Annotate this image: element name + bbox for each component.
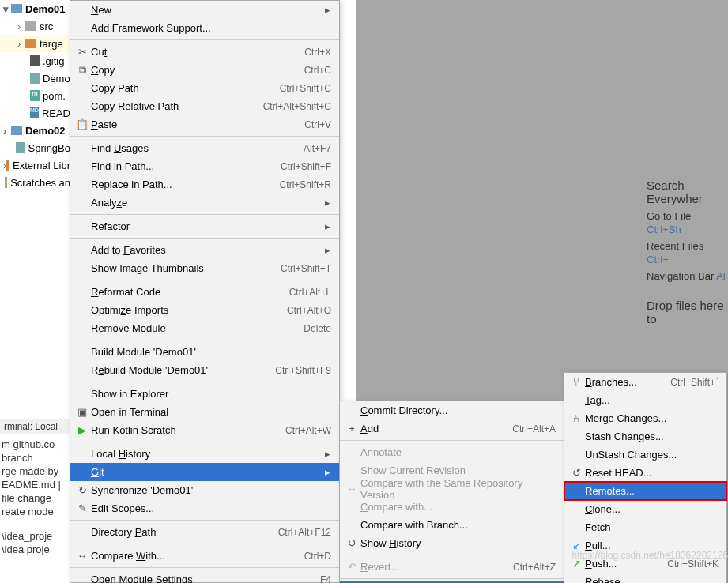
tree-springboot[interactable]: SpringBo [0, 139, 70, 156]
main-item-open-in-terminal[interactable]: ▣Open in Terminal [70, 403, 339, 421]
menu-label: UnStash Changes... [583, 449, 722, 461]
menu-shortcut: Ctrl+Shift+R [280, 179, 334, 190]
tree-scratches[interactable]: Scratches an [0, 174, 70, 191]
terminal-panel[interactable]: rminal: Local m github.co branch rge mad… [0, 419, 71, 583]
copy-icon: ⧉ [75, 64, 89, 77]
git-item-show-history[interactable]: ↺Show History [340, 534, 564, 552]
main-item-optimize-imports[interactable]: Optimize ImportsCtrl+Alt+O [70, 301, 339, 319]
main-item-compare-with[interactable]: ↔Compare With...Ctrl+D [70, 547, 339, 565]
repo-item-rebase[interactable]: Rebase... [564, 573, 726, 583]
main-item-directory-path[interactable]: Directory PathCtrl+Alt+F12 [70, 523, 339, 541]
menu-separator [70, 520, 339, 521]
main-item-copy-relative-path[interactable]: Copy Relative PathCtrl+Alt+Shift+C [70, 97, 339, 115]
repo-item-branches[interactable]: ⑂Branches...Ctrl+Shift+` [564, 373, 726, 391]
menu-label: Local History [89, 448, 325, 460]
main-item-refactor[interactable]: Refactor▸ [70, 217, 339, 235]
repo-item-clone[interactable]: Clone... [564, 500, 726, 518]
main-item-cut[interactable]: ✂CutCtrl+X [70, 43, 339, 61]
menu-label: Rebuild Module 'Demo01' [89, 364, 275, 376]
context-menu-main[interactable]: New▸Add Framework Support...✂CutCtrl+X⧉C… [70, 0, 340, 583]
tree-pom[interactable]: mpom. [0, 87, 70, 104]
menu-label: Git [89, 466, 325, 478]
menu-shortcut: Delete [304, 323, 334, 334]
main-item-build-module-demo01[interactable]: Build Module 'Demo01' [70, 343, 339, 361]
menu-label: Reformat Code [89, 286, 289, 298]
main-item-rebuild-module-demo01[interactable]: Rebuild Module 'Demo01'Ctrl+Shift+F9 [70, 361, 339, 379]
main-item-analyze[interactable]: Analyze▸ [70, 194, 339, 212]
compare-icon: ↔ [75, 550, 89, 562]
menu-separator [70, 382, 339, 382]
git-submenu[interactable]: Commit Directory...+AddCtrl+Alt+AAnnotat… [339, 401, 564, 583]
main-item-show-image-thumbnails[interactable]: Show Image ThumbnailsCtrl+Shift+T [70, 259, 339, 277]
repo-item-remotes[interactable]: Remotes... [564, 482, 726, 500]
menu-label: Merge Changes... [583, 412, 722, 424]
menu-shortcut: Ctrl+Shift+T [281, 263, 334, 274]
menu-shortcut: Ctrl+Alt+A [512, 423, 559, 434]
repo-item-tag[interactable]: Tag... [564, 391, 726, 409]
main-item-copy-path[interactable]: Copy PathCtrl+Shift+C [70, 79, 339, 97]
repo-item-fetch[interactable]: Fetch [564, 518, 726, 536]
main-item-reformat-code[interactable]: Reformat CodeCtrl+Alt+L [70, 283, 339, 301]
main-item-run-kotlin-scratch[interactable]: ▶Run Kotlin ScratchCtrl+Alt+W [70, 421, 339, 439]
tree-target[interactable]: ›targe [0, 35, 70, 52]
git-item-annotate: Annotate [340, 443, 564, 461]
menu-label: Stash Changes... [583, 431, 722, 442]
terminal-line: branch [2, 451, 70, 465]
terminal-tab[interactable]: rminal: Local [0, 419, 71, 434]
menu-label: Copy [89, 64, 304, 76]
tree-external-libs[interactable]: ›External Libr [0, 156, 70, 174]
main-item-synchronize-demo01[interactable]: ↻Synchronize 'Demo01' [70, 481, 339, 499]
welcome-recent: Recent Files Ctrl+ [647, 239, 728, 265]
welcome-nav: Navigation Bar Al [647, 269, 726, 282]
menu-shortcut: Ctrl+Alt+F12 [278, 527, 334, 538]
menu-label: Cut [89, 46, 304, 58]
tree-demo01[interactable]: ▾Demo01 [0, 0, 70, 17]
project-tree[interactable]: ▾Demo01 ›src ›targe .gitig Demo mpom. MD… [0, 0, 71, 411]
tree-gitignore[interactable]: .gitig [0, 52, 70, 70]
tree-readme[interactable]: MDREAD [0, 104, 70, 122]
main-item-local-history[interactable]: Local History▸ [70, 445, 339, 463]
main-item-copy[interactable]: ⧉CopyCtrl+C [70, 61, 339, 79]
menu-label: Refactor [89, 220, 325, 232]
main-item-find-in-path[interactable]: Find in Path...Ctrl+Shift+F [70, 157, 339, 175]
git-item-commit-directory[interactable]: Commit Directory... [340, 401, 564, 419]
menu-label: Add Framework Support... [89, 22, 334, 34]
menu-label: Add to Favorites [89, 244, 325, 256]
welcome-search: Search Everywher [647, 179, 728, 205]
menu-shortcut: Ctrl+C [304, 65, 334, 76]
branch-icon: ⑂ [569, 376, 583, 388]
menu-label: Show in Explorer [89, 388, 334, 400]
main-item-find-usages[interactable]: Find UsagesAlt+F7 [70, 139, 339, 157]
main-item-replace-in-path[interactable]: Replace in Path...Ctrl+Shift+R [70, 175, 339, 194]
main-item-new[interactable]: New▸ [70, 1, 339, 19]
terminal-line: rge made by [2, 465, 70, 478]
repo-item-stash-changes[interactable]: Stash Changes... [564, 427, 726, 446]
main-item-open-module-settings[interactable]: Open Module SettingsF4 [70, 570, 339, 583]
menu-separator [70, 39, 339, 40]
repo-item-unstash-changes[interactable]: UnStash Changes... [564, 446, 726, 464]
menu-label: Replace in Path... [89, 179, 280, 190]
main-item-paste[interactable]: 📋PasteCtrl+V [70, 115, 339, 134]
git-item-compare-with-branch[interactable]: Compare with Branch... [340, 516, 564, 534]
menu-label: Remotes... [583, 485, 722, 497]
main-item-add-to-favorites[interactable]: Add to Favorites▸ [70, 241, 339, 259]
menu-separator [70, 214, 339, 215]
revert-icon: ↶ [345, 561, 359, 573]
tree-demo02[interactable]: ›Demo02 [0, 122, 70, 139]
menu-shortcut: Ctrl+X [304, 47, 334, 58]
main-item-show-in-explorer[interactable]: Show in Explorer [70, 385, 339, 403]
main-item-remove-module[interactable]: Remove ModuleDelete [70, 319, 339, 337]
repo-item-reset-head[interactable]: ↺Reset HEAD... [564, 464, 726, 482]
tree-src[interactable]: ›src [0, 17, 70, 35]
watermark: https://blog.csdn.net/he18362202126 [572, 550, 729, 561]
main-item-git[interactable]: Git▸ [70, 463, 339, 481]
main-item-edit-scopes[interactable]: ✎Edit Scopes... [70, 499, 339, 517]
main-item-add-framework-support[interactable]: Add Framework Support... [70, 19, 339, 37]
submenu-arrow-icon: ▸ [325, 466, 334, 478]
menu-label: Find Usages [89, 142, 304, 154]
terminal-icon: ▣ [75, 406, 89, 418]
menu-separator [70, 136, 339, 137]
git-item-add[interactable]: +AddCtrl+Alt+A [340, 419, 564, 438]
repo-item-merge-changes[interactable]: ⑃Merge Changes... [564, 409, 726, 427]
tree-demo-file[interactable]: Demo [0, 70, 70, 87]
